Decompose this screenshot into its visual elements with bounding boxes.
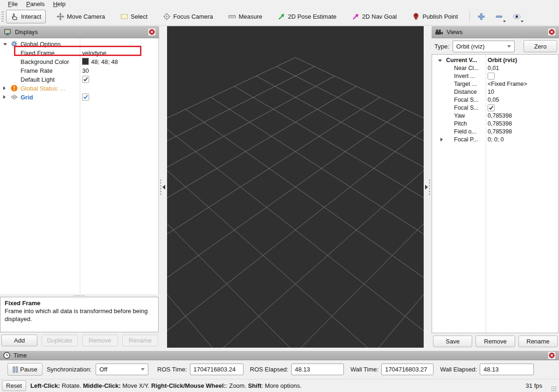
checkbox-checked[interactable]	[82, 93, 89, 100]
menu-panels[interactable]: Panels	[22, 0, 49, 7]
collapse-arrow-icon[interactable]	[438, 59, 442, 62]
menu-file[interactable]: File	[4, 0, 22, 7]
close-views-panel-button[interactable]	[548, 28, 556, 36]
ros-elapsed-input[interactable]	[291, 364, 344, 375]
tool-2d-pose-estimate-button[interactable]: 2D Pose Estimate	[273, 10, 341, 23]
tool-interact-button[interactable]: Interact	[6, 10, 46, 23]
displays-buttons: AddDuplicateRemoveRename	[1, 335, 158, 346]
tool-publish-point-button[interactable]: Publish Point	[407, 10, 462, 23]
toolbar-drag-handle[interactable]	[1, 11, 4, 23]
property-value[interactable]	[82, 93, 89, 100]
tool-visibility-button[interactable]	[510, 10, 524, 23]
save-button[interactable]: Save	[433, 336, 472, 347]
focus-camera-icon	[163, 13, 171, 21]
clock-icon	[3, 352, 10, 359]
synchronization-dropdown[interactable]: Off	[96, 364, 148, 375]
property-value[interactable]: 10	[488, 89, 494, 95]
collapse-right-panel-icon[interactable]	[425, 185, 428, 189]
tool-select-button[interactable]: Select	[116, 10, 152, 23]
views-panel-title: Views	[447, 28, 545, 35]
ros-time-input[interactable]	[190, 364, 244, 375]
tool-label: Move Camera	[67, 13, 105, 20]
property-row-frame-rate[interactable]: Frame Rate30	[0, 66, 158, 75]
remove-button[interactable]: Remove	[82, 335, 118, 346]
color-swatch	[82, 58, 89, 65]
tool-measure-button[interactable]: Measure	[224, 10, 267, 23]
property-row-grid[interactable]: Grid	[0, 92, 158, 101]
property-value[interactable]: velodyne	[82, 49, 106, 56]
expand-arrow-icon[interactable]	[440, 138, 443, 141]
displays-panel-header[interactable]: Displays	[0, 26, 159, 38]
property-value[interactable]	[488, 72, 495, 79]
tool-2d-nav-goal-button[interactable]: 2D Nav Goal	[347, 10, 401, 23]
property-value[interactable]: <Fixed Frame>	[488, 81, 527, 87]
rename-button[interactable]: Rename	[518, 336, 558, 347]
collapse-arrow-icon[interactable]	[3, 43, 7, 45]
time-panel-header[interactable]: Time	[0, 351, 559, 360]
property-row-yaw[interactable]: Yaw0,785398	[432, 112, 558, 119]
zero-button[interactable]: Zero	[524, 40, 557, 52]
expand-arrow-icon[interactable]	[3, 95, 6, 99]
property-row-global-status[interactable]: Global Status: ...	[0, 84, 158, 92]
splitter-dots	[429, 179, 430, 196]
property-row-focal-s[interactable]: Focal S...0,05	[432, 96, 558, 104]
property-row-current-v[interactable]: Current V...Orbit (rviz)	[432, 56, 558, 64]
property-row-invert[interactable]: Invert ...	[432, 72, 558, 80]
tool-label: Measure	[238, 13, 262, 20]
property-row-global-options[interactable]: Global Options	[0, 39, 158, 48]
tool-focus-camera-button[interactable]: Focus Camera	[158, 10, 217, 23]
property-row-background-color[interactable]: Background Color48; 48; 48	[0, 57, 158, 66]
3d-viewport[interactable]	[167, 26, 424, 348]
property-row-pitch[interactable]: Pitch0,785398	[432, 119, 558, 127]
property-value[interactable]: Orbit (rviz)	[488, 57, 517, 63]
collapse-left-panel-icon[interactable]	[162, 185, 165, 189]
property-value[interactable]	[82, 76, 89, 83]
property-row-field-o[interactable]: Field o...0,785398	[432, 127, 558, 135]
reset-button[interactable]: Reset	[2, 380, 26, 391]
property-label: Distance	[454, 89, 477, 95]
checkbox-checked[interactable]	[488, 104, 495, 111]
resize-grip[interactable]	[551, 386, 556, 391]
checkbox-unchecked[interactable]	[488, 72, 495, 79]
property-value[interactable]: 48; 48; 48	[82, 58, 118, 65]
close-displays-panel-button[interactable]	[148, 28, 156, 36]
property-row-distance[interactable]: Distance10	[432, 88, 558, 96]
right-panel-splitter[interactable]	[424, 26, 432, 348]
add-tool-button[interactable]	[475, 10, 488, 23]
expand-arrow-icon[interactable]	[3, 86, 6, 90]
property-value[interactable]: 0,785398	[488, 120, 512, 127]
chevron-down-icon	[141, 368, 145, 371]
property-value[interactable]: 0,785398	[488, 128, 512, 135]
remove-button[interactable]: Remove	[475, 336, 515, 347]
wall-time-input[interactable]	[381, 364, 433, 375]
views-panel-header[interactable]: Views	[432, 26, 559, 38]
property-value[interactable]	[488, 104, 495, 111]
property-row-focal-p[interactable]: Focal P...0; 0; 0	[432, 135, 558, 143]
property-value[interactable]: 30	[82, 67, 89, 74]
remove-tool-button[interactable]	[492, 10, 506, 23]
property-row-fixed-frame[interactable]: Fixed Framevelodyne	[0, 48, 158, 57]
duplicate-button[interactable]: Duplicate	[42, 335, 77, 346]
mouse-hints: Left-Click: Rotate. Middle-Click: Move X…	[30, 382, 522, 389]
property-value[interactable]: 0,785398	[488, 112, 512, 119]
property-row-target[interactable]: Target ...<Fixed Frame>	[432, 80, 558, 88]
wall-elapsed-input[interactable]	[480, 364, 534, 375]
synchronization-label: Synchronization:	[47, 366, 91, 373]
pause-button[interactable]: Pause	[7, 363, 42, 376]
property-value[interactable]: 0; 0; 0	[488, 136, 504, 143]
tool-move-camera-button[interactable]: Move Camera	[52, 10, 110, 23]
menu-help[interactable]: Help	[49, 0, 70, 7]
close-time-panel-button[interactable]	[548, 351, 556, 359]
property-value[interactable]: 0,01	[488, 65, 499, 71]
left-panel-splitter[interactable]	[159, 26, 167, 348]
property-value[interactable]: 0,05	[488, 97, 499, 103]
checkbox-checked[interactable]	[82, 76, 89, 83]
interact-hand-icon	[11, 13, 19, 21]
add-button[interactable]: Add	[1, 335, 37, 346]
view-type-dropdown[interactable]: Orbit (rviz)	[453, 41, 515, 52]
rename-button[interactable]: Rename	[122, 335, 158, 346]
grid-plane	[167, 26, 424, 348]
property-row-focal-s[interactable]: Focal S...	[432, 104, 558, 112]
property-row-near-cl[interactable]: Near Cl...0,01	[432, 64, 558, 72]
property-row-default-light[interactable]: Default Light	[0, 75, 158, 84]
